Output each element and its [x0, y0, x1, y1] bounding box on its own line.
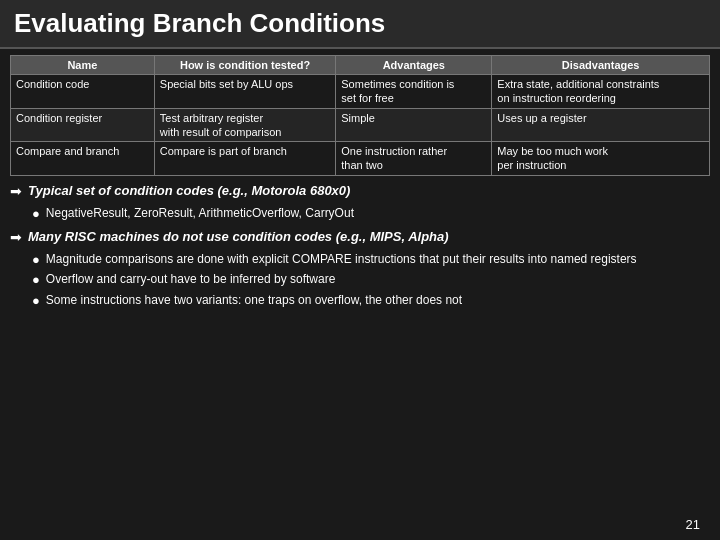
cell-dis-2: May be too much workper instruction [492, 142, 710, 176]
sub-text-1-1: NegativeResult, ZeroResult, ArithmeticOv… [46, 205, 354, 221]
sub-dot-icon: ● [32, 251, 40, 269]
cell-how-2: Compare is part of branch [154, 142, 335, 176]
col-header-how: How is condition tested? [154, 56, 335, 75]
bullet-arrow-1: ➡ [10, 182, 22, 202]
bullets-section: ➡ Typical set of condition codes (e.g., … [10, 182, 710, 509]
col-header-disadvantages: Disadvantages [492, 56, 710, 75]
sub-bullet-2-2: ● Overflow and carry-out have to be infe… [32, 271, 710, 289]
table-row: Condition code Special bits set by ALU o… [11, 75, 710, 109]
table-header-row: Name How is condition tested? Advantages… [11, 56, 710, 75]
bullet-2: ➡ Many RISC machines do not use conditio… [10, 228, 710, 248]
table-row: Compare and branch Compare is part of br… [11, 142, 710, 176]
sub-dot-icon: ● [32, 271, 40, 289]
table-row: Condition register Test arbitrary regist… [11, 108, 710, 142]
cell-dis-1: Uses up a register [492, 108, 710, 142]
cell-dis-0: Extra state, additional constraintson in… [492, 75, 710, 109]
cell-adv-1: Simple [336, 108, 492, 142]
slide: Evaluating Branch Conditions Name How is… [0, 0, 720, 540]
bullet-2-text: Many RISC machines do not use condition … [28, 228, 449, 246]
sub-text-2-3: Some instructions have two variants: one… [46, 292, 462, 308]
cell-name-1: Condition register [11, 108, 155, 142]
cell-adv-0: Sometimes condition isset for free [336, 75, 492, 109]
cell-name-0: Condition code [11, 75, 155, 109]
sub-dot-icon: ● [32, 292, 40, 310]
bullet-arrow-2: ➡ [10, 228, 22, 248]
sub-text-2-2: Overflow and carry-out have to be inferr… [46, 271, 335, 287]
sub-dot-icon: ● [32, 205, 40, 223]
sub-text-2-1: Magnitude comparisons are done with expl… [46, 251, 637, 267]
cell-how-1: Test arbitrary registerwith result of co… [154, 108, 335, 142]
slide-content: Name How is condition tested? Advantages… [0, 49, 720, 540]
cell-name-2: Compare and branch [11, 142, 155, 176]
slide-title: Evaluating Branch Conditions [14, 8, 706, 39]
sub-bullet-2-3: ● Some instructions have two variants: o… [32, 292, 710, 310]
sub-bullet-2-1: ● Magnitude comparisons are done with ex… [32, 251, 710, 269]
branch-conditions-table: Name How is condition tested? Advantages… [10, 55, 710, 176]
bullet-1: ➡ Typical set of condition codes (e.g., … [10, 182, 710, 202]
page-number: 21 [10, 515, 710, 534]
title-bar: Evaluating Branch Conditions [0, 0, 720, 49]
col-header-advantages: Advantages [336, 56, 492, 75]
sub-bullets-2: ● Magnitude comparisons are done with ex… [32, 251, 710, 310]
col-header-name: Name [11, 56, 155, 75]
cell-how-0: Special bits set by ALU ops [154, 75, 335, 109]
cell-adv-2: One instruction ratherthan two [336, 142, 492, 176]
bullet-1-text: Typical set of condition codes (e.g., Mo… [28, 182, 350, 200]
sub-bullet-1-1: ● NegativeResult, ZeroResult, Arithmetic… [32, 205, 710, 223]
sub-bullets-1: ● NegativeResult, ZeroResult, Arithmetic… [32, 205, 710, 223]
